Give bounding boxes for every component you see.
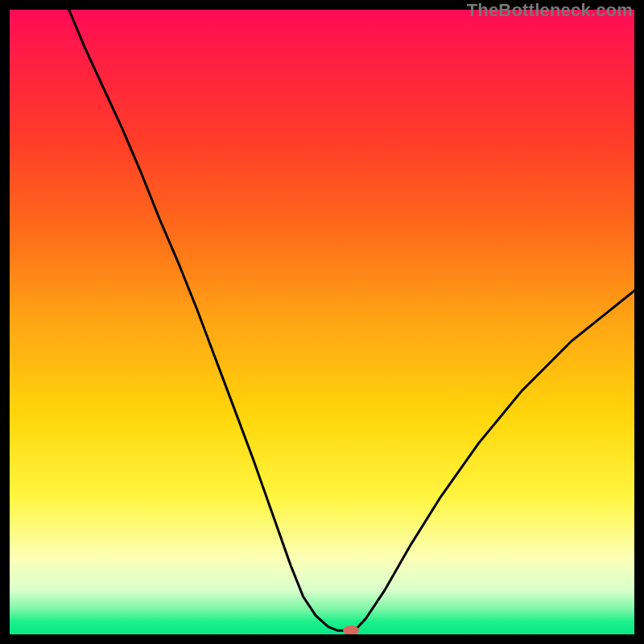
gradient-background [10, 10, 634, 634]
watermark-text: TheBottleneck.com [467, 0, 633, 21]
chart-container: TheBottleneck.com [0, 0, 644, 644]
plot-area [10, 10, 634, 634]
